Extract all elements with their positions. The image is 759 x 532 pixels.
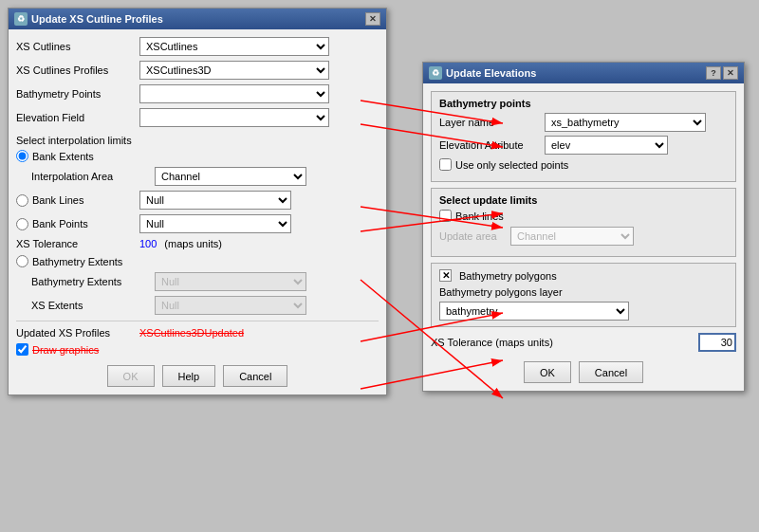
bathymetry-points-group: Bathymetry points Layer name xs_bathymet… — [431, 91, 736, 182]
bank-lines-label: Bank Lines — [32, 194, 83, 206]
elevation-field-label: Elevation Field — [16, 112, 139, 123]
bathymetry-extents-row: Bathymetry Extents Null — [31, 272, 379, 291]
bathymetry-polygons-title: Bathymetry polygons — [459, 270, 557, 282]
window2-title: Update Elevations — [446, 67, 536, 79]
layer-name-row: Layer name xs_bathymetry — [439, 113, 728, 132]
bathymetry-extents-select[interactable]: Null — [155, 272, 306, 291]
use-selected-row: Use only selected points — [439, 158, 728, 171]
xs-cutlines-profiles-label: XS Cutlines Profiles — [16, 64, 139, 76]
window1-help-button[interactable]: Help — [162, 365, 216, 387]
bank-extents-label: Bank Extents — [32, 151, 94, 162]
bank-points-row: Bank Points Null — [16, 214, 379, 233]
elevation-attr-label: Elevation Attribute — [439, 139, 539, 151]
bathymetry-polygons-group: ✕ Bathymetry polygons Bathymetry polygon… — [431, 263, 736, 327]
xs-extents-select[interactable]: Null — [155, 296, 306, 315]
interpolation-area-label: Interpolation Area — [31, 171, 155, 182]
bathymetry-polygons-check-row: ✕ Bathymetry polygons — [439, 269, 728, 282]
update-area-label: Update area — [439, 230, 510, 242]
w2-xs-tolerance-input[interactable]: 30 — [698, 333, 736, 352]
bank-extents-radio[interactable] — [16, 150, 28, 162]
bank-extents-radio-label[interactable]: Bank Extents — [16, 150, 94, 162]
bank-extents-row: Bank Extents — [16, 150, 379, 162]
bathymetry-points-row: Bathymetry Points — [16, 84, 379, 103]
bank-lines-radio-label[interactable]: Bank Lines — [16, 194, 139, 207]
bank-points-radio[interactable] — [16, 218, 28, 230]
window2-close-btn[interactable]: ✕ — [723, 66, 738, 80]
bank-points-label: Bank Points — [32, 218, 88, 229]
xs-tolerance-row: XS Tolerance 100 (maps units) — [16, 238, 379, 249]
polygons-layer-select-row: bathymetry — [439, 302, 728, 321]
window1-title: Update XS Cutline Profiles — [31, 13, 163, 25]
elevation-field-row: Elevation Field — [16, 108, 379, 127]
draw-graphics-checkbox-label[interactable]: Draw graphics — [16, 343, 99, 356]
window1-icon: ♻ — [14, 12, 28, 26]
bathymetry-polygons-checkbox-visual: ✕ — [439, 269, 452, 282]
layer-name-select[interactable]: xs_bathymetry — [545, 113, 706, 132]
xs-tolerance-label: XS Tolerance — [16, 238, 139, 249]
elevation-attr-row: Elevation Attribute elev — [439, 136, 728, 155]
separator — [16, 321, 379, 321]
bank-points-radio-label[interactable]: Bank Points — [16, 218, 139, 230]
draw-graphics-label: Draw graphics — [32, 344, 99, 356]
window1-ok-button[interactable]: OK — [107, 365, 155, 387]
window2-help-btn[interactable]: ? — [706, 66, 721, 80]
interpolation-area-row: Interpolation Area Channel — [31, 167, 379, 186]
update-limits-group: Select update limits Bank lines Update a… — [431, 188, 736, 257]
xs-extents-row: XS Extents Null — [31, 296, 379, 315]
bank-points-select[interactable]: Null — [139, 214, 291, 233]
window1-button-row: OK Help Cancel — [16, 365, 379, 387]
xs-cutlines-label: XS Cutlines — [16, 41, 139, 52]
updated-xs-value: XSCutlines3DUpdated — [139, 327, 244, 339]
bathymetry-points-select[interactable] — [139, 84, 329, 103]
bank-lines-check-label[interactable]: Bank lines — [439, 210, 504, 222]
use-selected-checkbox[interactable] — [439, 158, 452, 171]
bathymetry-extents-field-label: Bathymetry Extents — [31, 276, 155, 287]
bank-lines-row: Bank Lines Null — [16, 191, 379, 210]
use-selected-text: Use only selected points — [455, 159, 568, 171]
updated-xs-label: Updated XS Profiles — [16, 327, 139, 339]
window2-cancel-button[interactable]: Cancel — [579, 361, 643, 383]
update-area-select[interactable]: Channel — [510, 227, 634, 246]
xs-cutlines-profiles-row: XS Cutlines Profiles XSCutlines3D — [16, 61, 379, 80]
window2-icon: ♻ — [429, 66, 442, 80]
window1-close-btn[interactable]: ✕ — [365, 12, 380, 26]
bathymetry-extents-radio[interactable] — [16, 255, 28, 267]
bank-lines-check-text: Bank lines — [455, 211, 504, 222]
draw-graphics-checkbox[interactable] — [16, 343, 28, 356]
polygons-layer-label: Bathymetry polygons layer — [439, 286, 563, 298]
window2-button-row: OK Cancel — [431, 361, 736, 383]
layer-name-label: Layer name — [439, 117, 539, 128]
update-limits-title: Select update limits — [439, 194, 728, 206]
xs-extents-label: XS Extents — [31, 300, 155, 311]
window1-cancel-button[interactable]: Cancel — [223, 365, 287, 387]
window1-content: XS Cutlines XSCutlines XS Cutlines Profi… — [9, 29, 386, 394]
elevation-attr-select[interactable]: elev — [545, 136, 668, 155]
bank-lines-check[interactable] — [439, 210, 452, 222]
bank-lines-radio[interactable] — [16, 194, 28, 207]
bathymetry-extents-radio-row: Bathymetry Extents — [16, 255, 379, 267]
bathymetry-points-label: Bathymetry Points — [16, 88, 139, 100]
interpolation-title: Select interpolation limits — [16, 135, 132, 146]
window2-ok-button[interactable]: OK — [524, 361, 571, 383]
window1-titlebar[interactable]: ♻ Update XS Cutline Profiles ✕ — [9, 9, 386, 29]
elevation-field-select[interactable] — [139, 108, 329, 127]
xs-cutlines-profiles-select[interactable]: XSCutlines3D — [139, 61, 329, 80]
updated-xs-row: Updated XS Profiles XSCutlines3DUpdated — [16, 327, 379, 339]
update-xs-cutline-profiles-dialog: ♻ Update XS Cutline Profiles ✕ XS Cutlin… — [8, 8, 387, 395]
window2-content: Bathymetry points Layer name xs_bathymet… — [423, 83, 744, 391]
xs-cutlines-select[interactable]: XSCutlines — [139, 37, 329, 56]
bathymetry-polygons-check-label[interactable]: ✕ Bathymetry polygons — [439, 269, 557, 282]
window2-titlebar[interactable]: ♻ Update Elevations ? ✕ — [423, 63, 744, 83]
bathymetry-extents-label: Bathymetry Extents — [32, 256, 122, 267]
polygons-layer-select[interactable]: bathymetry — [439, 302, 629, 321]
bank-lines-select[interactable]: Null — [139, 191, 291, 210]
interpolation-area-select[interactable]: Channel — [155, 167, 306, 186]
bathymetry-points-title: Bathymetry points — [439, 98, 728, 109]
use-selected-label[interactable]: Use only selected points — [439, 158, 568, 171]
w2-xs-tolerance-row: XS Tolerance (maps units) 30 — [431, 333, 736, 352]
update-area-row: Update area Channel — [439, 227, 728, 246]
xs-cutlines-row: XS Cutlines XSCutlines — [16, 37, 379, 56]
draw-graphics-row: Draw graphics — [16, 343, 379, 356]
xs-tolerance-units: (maps units) — [164, 238, 222, 249]
bathymetry-extents-radio-label[interactable]: Bathymetry Extents — [16, 255, 122, 267]
